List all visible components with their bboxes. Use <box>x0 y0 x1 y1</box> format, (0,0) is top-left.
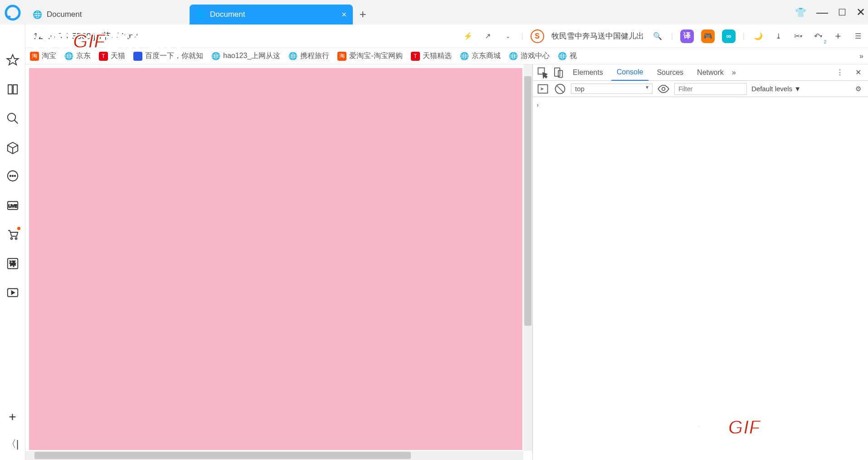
clear-console-icon[interactable] <box>554 83 566 95</box>
package-icon[interactable] <box>6 141 20 154</box>
add-icon[interactable]: + <box>6 410 20 424</box>
tab-console[interactable]: Console <box>611 64 649 81</box>
bookmark-item[interactable]: 🌐京东 <box>64 51 91 61</box>
tab-sources[interactable]: Sources <box>651 64 689 81</box>
bookmark-item[interactable]: 淘爱淘宝-淘宝网购 <box>337 51 402 61</box>
bookmark-overflow[interactable]: » <box>859 52 863 60</box>
svg-text:LIVE: LIVE <box>8 204 17 208</box>
context-selector[interactable]: top <box>571 83 653 94</box>
svg-text:译: 译 <box>10 260 16 267</box>
scroll-thumb[interactable] <box>524 76 532 326</box>
collapse-icon[interactable]: 〈| <box>6 437 20 451</box>
book-icon[interactable] <box>6 83 20 96</box>
browser-logo-icon <box>5 5 21 21</box>
translate-box-icon[interactable]: 译 <box>6 257 20 270</box>
bookmark-item[interactable]: 🐾百度一下，你就知 <box>133 51 203 61</box>
share-icon[interactable]: ↗ <box>482 30 494 43</box>
star-icon[interactable] <box>6 54 20 67</box>
bookmark-item[interactable]: 🌐携程旅行 <box>288 51 329 61</box>
vertical-scrollbar[interactable] <box>523 64 532 451</box>
globe-icon: 🌐 <box>33 10 42 20</box>
bookmark-item[interactable]: 🌐游戏中心 <box>509 51 550 61</box>
undo-icon[interactable]: ↶2▾ <box>812 30 824 43</box>
scissors-icon[interactable]: ✂▾ <box>792 30 805 43</box>
bookmark-item[interactable]: 🌐hao123_上网从这 <box>211 51 280 61</box>
tab-active[interactable]: 🌐 Document × <box>190 5 353 24</box>
console-toolbar: top Default levels ▼ ⚙ <box>533 81 868 97</box>
search-icon[interactable] <box>6 112 20 125</box>
console-prompt: › <box>536 101 539 108</box>
tab-title: Document <box>210 10 245 19</box>
console-sidebar-icon[interactable] <box>536 83 549 95</box>
bookmark-item[interactable]: T天猫精选 <box>411 51 452 61</box>
left-sidebar: LIVE 译 + 〈| <box>0 24 25 460</box>
translate-icon[interactable]: 译 <box>680 29 694 43</box>
video-play-icon[interactable] <box>6 286 20 299</box>
page-viewport <box>25 64 532 460</box>
tab-title: Document <box>47 10 82 19</box>
bookmark-item[interactable]: T天猫 <box>99 51 125 61</box>
gamepad-icon[interactable]: 🎮 <box>701 29 715 43</box>
devtools-close-icon[interactable]: ✕ <box>852 66 864 79</box>
cart-icon[interactable] <box>6 228 20 241</box>
minimize-button[interactable]: — <box>816 5 828 20</box>
download-icon[interactable]: ⤓ <box>772 30 785 43</box>
console-output[interactable]: › <box>533 97 868 460</box>
gear-icon[interactable]: ⚙ <box>852 83 864 95</box>
new-tab-button[interactable]: + <box>353 4 373 24</box>
search-icon[interactable]: 🔍 <box>651 30 664 43</box>
device-icon[interactable] <box>552 66 565 79</box>
tshirt-icon[interactable]: 👕 <box>795 7 806 18</box>
tab-bar: 🌐 Document 🌐 Document × + 👕 — ☐ ✕ <box>0 0 868 24</box>
devtools-menu-icon[interactable]: ⋮ <box>834 66 846 79</box>
tab-elements[interactable]: Elements <box>567 64 609 81</box>
sogou-icon[interactable]: S <box>531 29 544 43</box>
bookmark-bar: 淘淘宝 🌐京东 T天猫 🐾百度一下，你就知 🌐hao123_上网从这 🌐携程旅行… <box>0 48 868 64</box>
live-icon[interactable]: LIVE <box>6 199 20 212</box>
moon-icon[interactable]: 🌙 <box>752 30 765 43</box>
svg-rect-14 <box>555 68 560 76</box>
svg-point-8 <box>10 238 12 240</box>
inspect-icon[interactable] <box>536 66 549 79</box>
svg-point-18 <box>662 87 665 90</box>
svg-point-9 <box>15 238 17 240</box>
scroll-thumb[interactable] <box>34 452 411 459</box>
svg-point-4 <box>12 176 13 177</box>
flash-icon[interactable]: ⚡ <box>462 30 474 43</box>
horizontal-scrollbar[interactable] <box>25 451 523 460</box>
tab-inactive[interactable]: 🌐 Document <box>26 5 190 24</box>
tab-overflow[interactable]: » <box>732 69 736 77</box>
chat-icon[interactable] <box>6 170 20 183</box>
plus-icon[interactable]: + <box>832 30 844 43</box>
filter-input[interactable] <box>674 83 747 95</box>
devtools-panel: Elements Console Sources Network » ⋮ ✕ t… <box>532 64 868 460</box>
bookmark-item[interactable]: 淘淘宝 <box>30 51 56 61</box>
news-headline[interactable]: 牧民雪中奔马送中国健儿出 <box>551 31 644 41</box>
close-icon[interactable]: × <box>341 10 346 20</box>
url-input[interactable] <box>30 27 356 45</box>
devtools-tabbar: Elements Console Sources Network » ⋮ ✕ <box>533 64 868 81</box>
address-bar: ⚡ ↗ ⌄ | S 牧民雪中奔马送中国健儿出 🔍 | 译 🎮 ∞ | 🌙 ⤓ ✂… <box>0 24 868 48</box>
maximize-button[interactable]: ☐ <box>838 7 846 18</box>
svg-point-5 <box>14 176 15 177</box>
eye-icon[interactable] <box>657 83 670 95</box>
log-levels-selector[interactable]: Default levels ▼ <box>751 85 801 93</box>
main-area: Elements Console Sources Network » ⋮ ✕ t… <box>25 64 868 460</box>
tab-network[interactable]: Network <box>692 64 729 81</box>
bookmark-item[interactable]: 🌐京东商城 <box>460 51 501 61</box>
svg-point-3 <box>10 176 11 177</box>
window-controls: 👕 — ☐ ✕ <box>795 0 865 24</box>
chevron-down-icon[interactable]: ⌄ <box>502 30 514 43</box>
svg-point-1 <box>7 113 15 122</box>
menu-icon[interactable]: ☰ <box>852 30 864 43</box>
infinity-icon[interactable]: ∞ <box>722 29 736 43</box>
bookmark-item[interactable]: 🌐视 <box>558 51 577 61</box>
close-window-button[interactable]: ✕ <box>856 6 865 19</box>
globe-icon: 🌐 <box>196 10 205 20</box>
page-content-pink-box <box>29 68 522 450</box>
